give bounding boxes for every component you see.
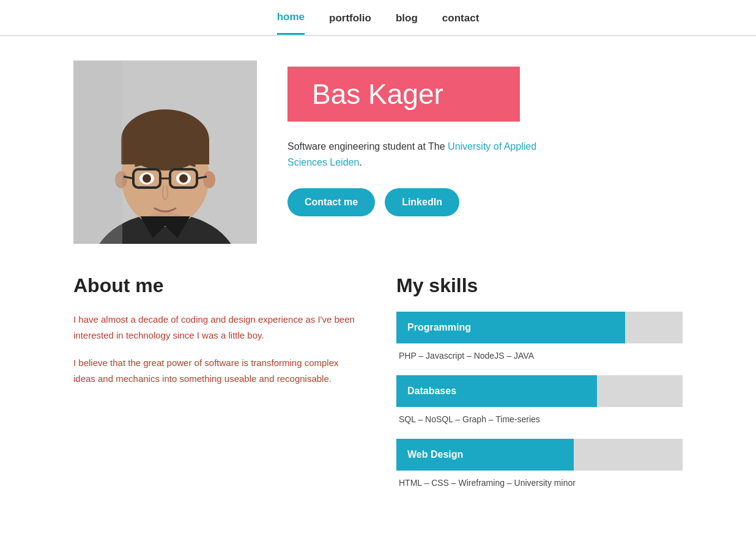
skill-databases: Databases SQL – NoSQL – Graph – Time-ser… (396, 375, 683, 424)
skill-bar-programming-inner: Programming (396, 312, 625, 343)
skill-bar-databases-outer: Databases (396, 375, 683, 407)
photo-wrapper (73, 61, 263, 244)
svg-point-16 (179, 174, 188, 183)
skill-databases-label: Databases (407, 386, 456, 397)
svg-point-7 (203, 171, 215, 188)
profile-photo (73, 61, 257, 244)
main-nav: home portfolio blog contact (0, 0, 756, 36)
skill-bar-databases-inner: Databases (396, 375, 597, 407)
skill-bar-programming-outer: Programming (396, 312, 683, 343)
svg-rect-18 (73, 61, 122, 244)
main-content: About me I have almost a decade of codin… (0, 262, 756, 527)
about-section: About me I have almost a decade of codin… (73, 274, 360, 502)
svg-point-15 (143, 174, 151, 183)
about-para-2: I believe that the great power of softwa… (73, 355, 360, 386)
skill-bar-webdesign-inner: Web Design (396, 439, 574, 471)
hero-info: Bas Kager Software engineering student a… (287, 61, 683, 216)
skills-title: My skills (396, 274, 683, 297)
contact-me-button[interactable]: Contact me (287, 188, 375, 216)
nav-home[interactable]: home (277, 11, 305, 35)
skill-webdesign: Web Design HTML – CSS – Wireframing – Un… (396, 439, 683, 488)
linkedin-button[interactable]: LinkedIn (385, 188, 459, 216)
skill-bar-webdesign-outer: Web Design (396, 439, 683, 471)
svg-rect-5 (121, 140, 209, 164)
hero-buttons: Contact me LinkedIn (287, 188, 683, 216)
skill-webdesign-tags: HTML – CSS – Wireframing – University mi… (396, 475, 683, 488)
skill-programming: Programming PHP – Javascript – NodeJS – … (396, 312, 683, 361)
hero-description: Software engineering student at The Univ… (287, 139, 557, 170)
skill-databases-tags: SQL – NoSQL – Graph – Time-series (396, 412, 683, 424)
nav-blog[interactable]: blog (396, 12, 418, 34)
about-title: About me (73, 274, 360, 297)
skills-section: My skills Programming PHP – Javascript –… (396, 274, 683, 502)
skill-programming-label: Programming (407, 322, 471, 333)
hero-section: Bas Kager Software engineering student a… (0, 36, 756, 262)
hero-name: Bas Kager (287, 67, 520, 122)
nav-portfolio[interactable]: portfolio (329, 12, 371, 34)
about-para-1: I have almost a decade of coding and des… (73, 312, 360, 343)
nav-contact[interactable]: contact (442, 12, 479, 34)
skill-webdesign-label: Web Design (407, 449, 463, 460)
skill-programming-tags: PHP – Javascript – NodeJS – JAVA (396, 348, 683, 361)
